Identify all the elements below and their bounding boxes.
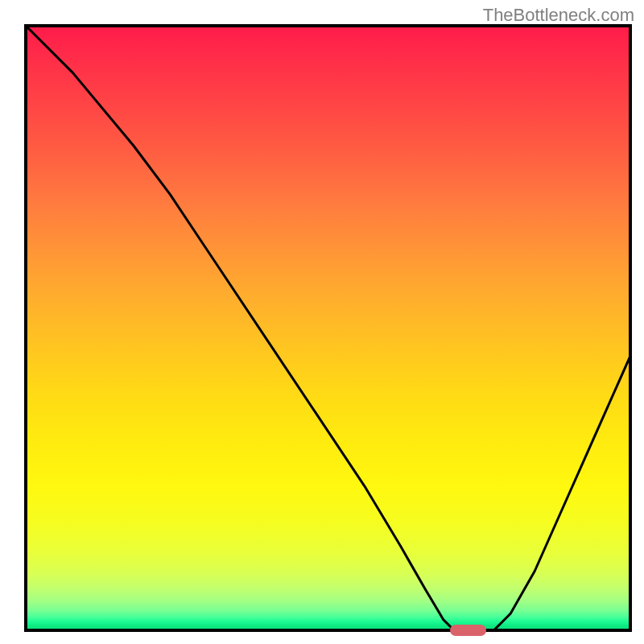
chart-container: TheBottleneck.com bbox=[0, 0, 644, 644]
optimal-zone-marker bbox=[450, 625, 486, 636]
bottleneck-curve-path bbox=[24, 24, 632, 632]
watermark-text: TheBottleneck.com bbox=[483, 5, 634, 26]
plot-area bbox=[24, 24, 632, 632]
curve-svg bbox=[24, 24, 632, 632]
